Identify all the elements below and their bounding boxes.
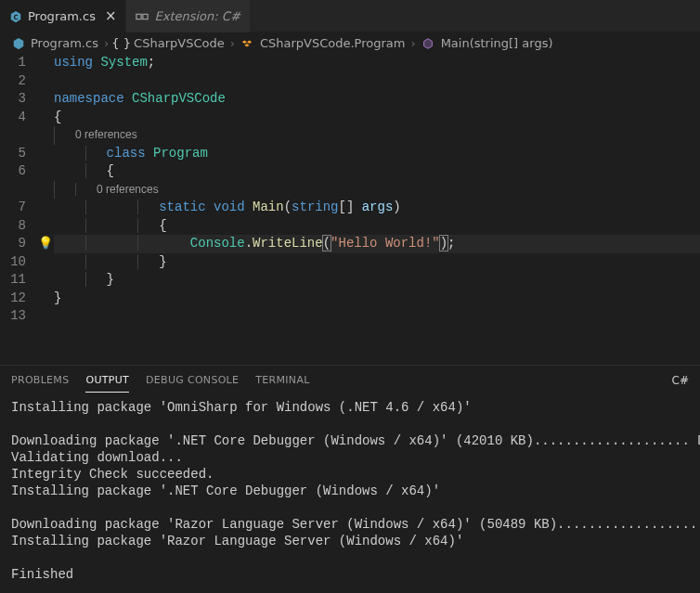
tab-label: Extension: C# — [154, 9, 240, 23]
csharp-file-icon — [11, 36, 25, 50]
tab-program-cs[interactable]: C Program.cs × — [0, 0, 126, 32]
close-icon[interactable]: × — [105, 9, 117, 23]
output-channel-selector[interactable]: C# — [672, 374, 689, 387]
method-icon — [421, 36, 435, 50]
namespace-icon: { } — [114, 36, 128, 50]
codelens[interactable]: 0 references — [97, 183, 159, 196]
breadcrumb-item[interactable]: Main(string[] args) — [441, 36, 553, 50]
csharp-file-icon: C — [9, 10, 22, 23]
breadcrumb-item[interactable]: CSharpVSCode.Program — [260, 36, 406, 50]
line-numbers: 1 2 3 4 5 6 7 8 9 10 11 12 13 — [0, 54, 37, 326]
extension-icon — [136, 10, 149, 23]
svg-text:C: C — [13, 13, 18, 20]
breadcrumb-item[interactable]: Program.cs — [31, 36, 98, 50]
svg-rect-2 — [143, 14, 148, 19]
code-area[interactable]: using System; namespace CSharpVSCode { 0… — [54, 54, 700, 326]
bottom-panel: PROBLEMS OUTPUT DEBUG CONSOLE TERMINAL C… — [0, 365, 700, 593]
editor[interactable]: 1 2 3 4 5 6 7 8 9 10 11 12 13 💡 using Sy… — [0, 54, 700, 326]
chevron-right-icon: › — [410, 36, 415, 50]
panel-tab-bar: PROBLEMS OUTPUT DEBUG CONSOLE TERMINAL C… — [0, 366, 700, 395]
output-content[interactable]: Installing package 'OmniSharp for Window… — [0, 395, 700, 593]
tab-debug-console[interactable]: DEBUG CONSOLE — [146, 368, 239, 392]
breadcrumb[interactable]: Program.cs › { } CSharpVSCode › CSharpVS… — [0, 32, 700, 54]
tab-label: Program.cs — [28, 9, 96, 23]
tab-bar: C Program.cs × Extension: C# — [0, 0, 700, 32]
breadcrumb-item[interactable]: CSharpVSCode — [134, 36, 225, 50]
chevron-right-icon: › — [230, 36, 235, 50]
class-icon — [240, 36, 254, 50]
glyph-margin: 💡 — [37, 54, 54, 326]
tab-problems[interactable]: PROBLEMS — [11, 368, 69, 392]
chevron-right-icon: › — [104, 36, 109, 50]
codelens[interactable]: 0 references — [75, 128, 137, 141]
lightbulb-icon[interactable]: 💡 — [38, 235, 53, 253]
tab-terminal[interactable]: TERMINAL — [255, 368, 309, 392]
svg-rect-1 — [136, 14, 141, 19]
tab-output[interactable]: OUTPUT — [85, 368, 129, 393]
tab-extension-csharp[interactable]: Extension: C# — [126, 0, 250, 32]
